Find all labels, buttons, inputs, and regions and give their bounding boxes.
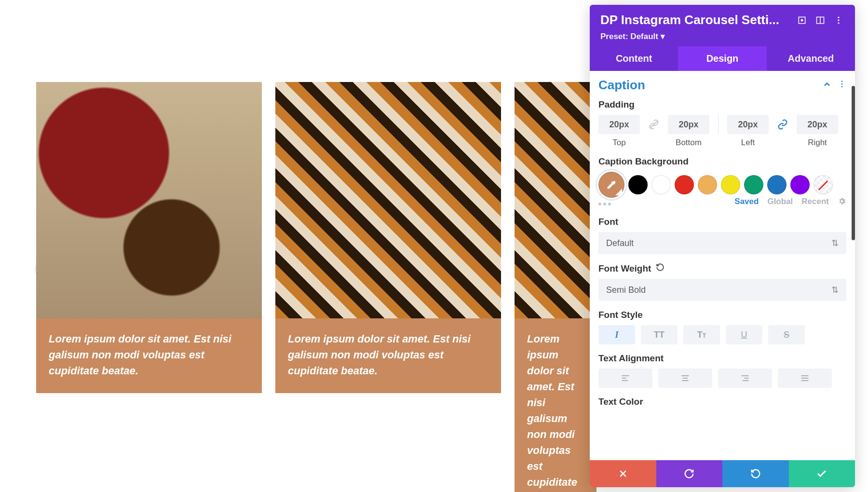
chevron-updown-icon: ⇅ [831,238,839,248]
eyedropper-swatch[interactable] [598,172,624,198]
section-title-caption[interactable]: Caption [598,78,645,93]
color-mode-saved[interactable]: Saved [734,197,759,208]
color-swatch[interactable] [767,175,787,194]
color-swatch[interactable] [721,175,740,194]
color-swatch[interactable] [675,175,694,194]
panel-title: DP Instagram Carousel Setti... [600,13,789,27]
padding-controls: Top Bottom Left [598,115,846,148]
svg-point-4 [838,16,839,18]
italic-button[interactable]: I [598,325,635,344]
carousel-image [515,82,597,318]
tab-content[interactable]: Content [590,46,678,71]
underline-button[interactable]: U [726,325,762,344]
uppercase-button[interactable]: TT [641,325,678,344]
redo-button[interactable] [722,460,789,487]
svg-point-6 [838,22,839,24]
panel-tabs: Content Design Advanced [590,46,855,71]
carousel-card[interactable]: Lorem ipsum dolor sit amet. Est nisi gal… [515,82,597,492]
columns-icon[interactable] [814,14,826,26]
panel-footer [590,460,855,487]
font-weight-select[interactable]: Semi Bold ⇅ [598,279,846,301]
label-padding: Padding [598,99,846,110]
panel-body: Caption Padding Top Bottom [590,71,855,460]
label-font: Font [598,217,846,227]
settings-panel: DP Instagram Carousel Setti... Preset: D… [590,5,855,487]
color-swatch[interactable] [651,175,671,194]
carousel-card[interactable]: Lorem ipsum dolor sit amet. Est nisi gal… [36,82,262,492]
link-vertical-icon[interactable] [647,115,661,134]
color-mode-recent[interactable]: Recent [801,197,829,208]
align-right-button[interactable] [718,369,772,388]
chevron-down-icon: ▾ [661,32,665,41]
tab-advanced[interactable]: Advanced [767,46,855,71]
preset-dropdown[interactable]: Preset: Default ▾ [600,31,844,41]
scrollbar-thumb[interactable] [852,86,855,240]
padding-right-label: Right [808,138,827,148]
font-select[interactable]: Default ⇅ [598,232,846,254]
padding-left-label: Left [741,138,755,148]
padding-top-label: Top [612,138,625,148]
gear-icon[interactable] [838,197,846,208]
align-left-button[interactable] [598,369,652,388]
tab-design[interactable]: Design [678,46,766,71]
font-weight-select-value: Semi Bold [606,285,646,295]
font-weight-label-text: Font Weight [598,263,651,274]
svg-point-9 [841,85,843,87]
svg-point-7 [841,81,843,82]
close-button[interactable] [590,460,656,487]
svg-point-1 [801,19,802,21]
label-text-alignment: Text Alignment [598,353,846,364]
padding-bottom-input[interactable] [668,115,709,134]
carousel: Lorem ipsum dolor sit amet. Est nisi gal… [36,82,597,492]
save-button[interactable] [789,460,855,487]
color-swatch[interactable] [744,175,763,194]
color-mode-global[interactable]: Global [767,197,793,208]
preset-label: Preset: Default [600,32,658,41]
panel-header: DP Instagram Carousel Setti... Preset: D… [590,5,855,46]
carousel-caption: Lorem ipsum dolor sit amet. Est nisi gal… [515,318,597,492]
svg-point-5 [838,19,839,21]
padding-bottom-label: Bottom [676,138,702,148]
link-horizontal-icon[interactable] [775,115,790,134]
kebab-icon[interactable] [838,80,846,91]
color-swatch[interactable] [628,175,648,194]
chevron-updown-icon: ⇅ [831,285,839,295]
label-caption-background: Caption Background [598,156,846,167]
reset-icon[interactable] [656,263,665,274]
carousel-caption: Lorem ipsum dolor sit amet. Est nisi gal… [36,318,262,393]
align-center-button[interactable] [658,369,712,388]
color-swatch[interactable] [790,175,810,194]
color-swatch[interactable] [698,175,717,194]
page-canvas: Lorem ipsum dolor sit amet. Est nisi gal… [0,0,868,492]
align-justify-button[interactable] [778,369,832,388]
label-text-color: Text Color [598,396,846,407]
carousel-caption: Lorem ipsum dolor sit amet. Est nisi gal… [275,318,501,393]
padding-right-input[interactable] [797,115,838,134]
color-mode-tabs: Saved Global Recent [598,197,846,208]
expand-icon[interactable] [796,14,808,26]
svg-point-8 [841,83,843,84]
carousel-image [275,82,501,318]
smallcaps-button[interactable]: TT [683,325,720,344]
text-align-buttons [598,369,846,388]
color-swatch-transparent[interactable] [814,175,833,194]
label-font-style: Font Style [598,310,846,320]
font-style-buttons: I TT TT U S [598,325,846,344]
collapse-icon[interactable] [822,80,832,91]
carousel-image [36,82,262,318]
undo-button[interactable] [656,460,723,487]
strikethrough-button[interactable]: S [768,325,805,344]
padding-top-input[interactable] [598,115,640,134]
font-select-value: Default [606,238,634,248]
color-swatches [598,172,846,198]
kebab-icon[interactable] [833,14,844,26]
padding-left-input[interactable] [727,115,769,134]
carousel-card[interactable]: Lorem ipsum dolor sit amet. Est nisi gal… [275,82,501,492]
label-font-weight: Font Weight [598,263,846,274]
